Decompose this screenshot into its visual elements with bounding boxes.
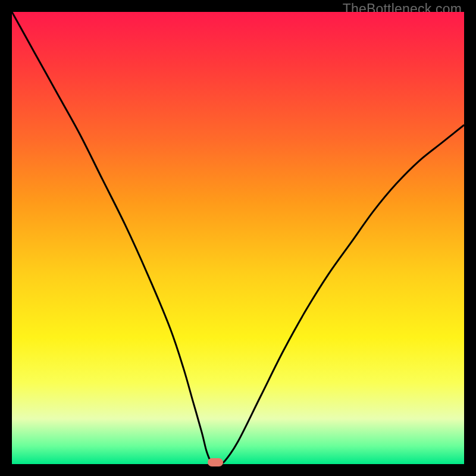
curve-path [12,12,464,463]
chart-frame: TheBottleneck.com [0,0,476,476]
plot-area [12,12,464,464]
bottleneck-curve [12,12,464,464]
optimum-marker [208,458,223,466]
